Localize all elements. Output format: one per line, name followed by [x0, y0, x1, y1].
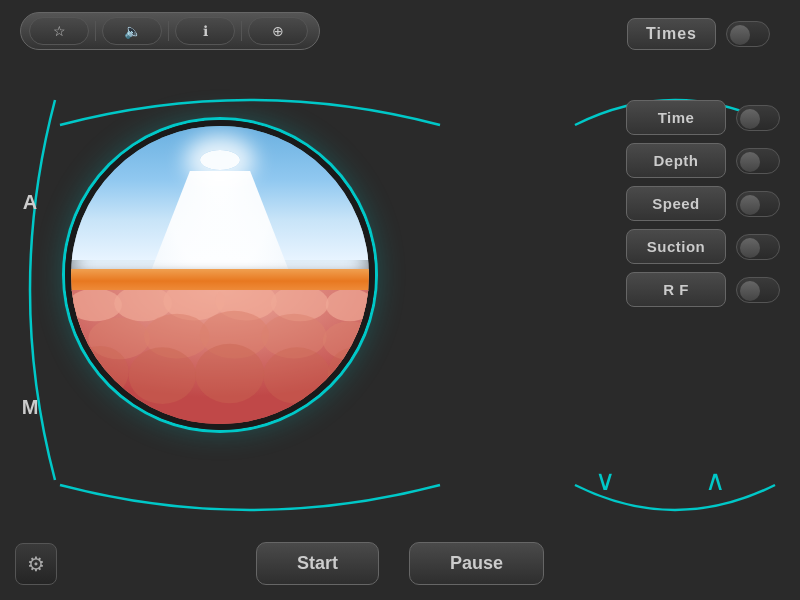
- depth-toggle[interactable]: [736, 148, 780, 174]
- svg-point-12: [71, 346, 129, 398]
- tissue-area: [71, 290, 369, 424]
- chevron-up-button[interactable]: ∧: [705, 467, 726, 495]
- start-button[interactable]: Start: [256, 542, 379, 585]
- depth-button[interactable]: Depth: [626, 143, 726, 178]
- depth-control-row: Depth: [560, 143, 780, 178]
- light-source: [200, 150, 240, 170]
- right-controls-panel: Time Depth Speed Suction R F: [560, 100, 780, 307]
- bottom-arc-decoration: [50, 480, 450, 535]
- a-label: A: [23, 191, 37, 214]
- svg-point-15: [263, 347, 330, 404]
- times-toggle[interactable]: [726, 21, 770, 47]
- speed-toggle[interactable]: [736, 191, 780, 217]
- times-button[interactable]: Times: [627, 18, 716, 50]
- bottom-controls: Start Pause: [0, 542, 800, 585]
- toolbar-divider-3: [241, 21, 242, 41]
- suction-control-row: Suction: [560, 229, 780, 264]
- speed-control-row: Speed: [560, 186, 780, 221]
- rf-control-row: R F: [560, 272, 780, 307]
- pause-button[interactable]: Pause: [409, 542, 544, 585]
- volume-button[interactable]: 🔈: [102, 17, 162, 45]
- top-toolbar: ☆ 🔈 ℹ ⊕: [20, 12, 320, 50]
- chevron-controls: ∨ ∧: [550, 467, 770, 495]
- suction-button[interactable]: Suction: [626, 229, 726, 264]
- main-visualization: [60, 85, 380, 465]
- time-button[interactable]: Time: [626, 100, 726, 135]
- rf-button[interactable]: R F: [626, 272, 726, 307]
- circle-display: [65, 120, 375, 430]
- info-icon: ℹ: [203, 23, 208, 39]
- time-toggle[interactable]: [736, 105, 780, 131]
- svg-point-14: [195, 344, 264, 404]
- left-labels: A M: [0, 100, 60, 510]
- m-label: M: [22, 396, 39, 419]
- info-button[interactable]: ℹ: [175, 17, 235, 45]
- volume-icon: 🔈: [124, 23, 141, 39]
- svg-point-13: [129, 347, 196, 404]
- speed-button[interactable]: Speed: [626, 186, 726, 221]
- toolbar-divider-1: [95, 21, 96, 41]
- add-icon: ⊕: [272, 23, 284, 39]
- time-control-row: Time: [560, 100, 780, 135]
- suction-toggle[interactable]: [736, 234, 780, 260]
- rf-toggle[interactable]: [736, 277, 780, 303]
- times-section: Times: [627, 18, 770, 50]
- add-button[interactable]: ⊕: [248, 17, 308, 45]
- star-button[interactable]: ☆: [29, 17, 89, 45]
- star-icon: ☆: [53, 23, 66, 39]
- toolbar-divider-2: [168, 21, 169, 41]
- tissue-bumps-svg: [71, 290, 369, 424]
- chevron-down-button[interactable]: ∨: [595, 467, 616, 495]
